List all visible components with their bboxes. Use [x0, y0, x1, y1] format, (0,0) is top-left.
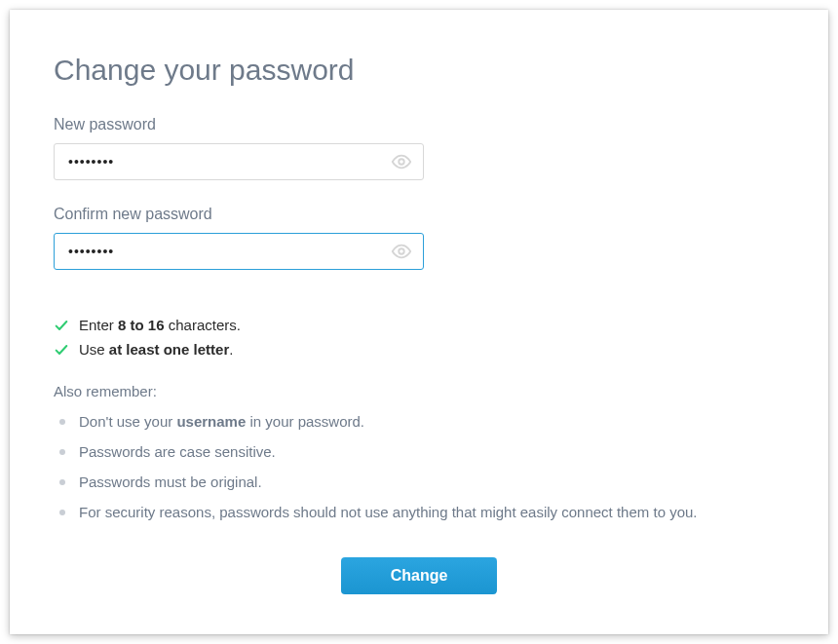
- rule-letter-post: .: [229, 341, 233, 358]
- remember-title: Also remember:: [54, 383, 784, 399]
- rule-letter-bold: at least one letter: [109, 341, 229, 358]
- rule-letter: Use at least one letter.: [54, 341, 784, 358]
- new-password-group: New password: [54, 116, 784, 180]
- confirm-password-wrapper: [54, 233, 424, 270]
- rule-chars: Enter 8 to 16 characters.: [54, 317, 784, 333]
- new-password-input[interactable]: [54, 143, 424, 180]
- confirm-password-group: Confirm new password: [54, 206, 784, 270]
- svg-point-1: [399, 248, 404, 254]
- password-rules: Enter 8 to 16 characters. Use at least o…: [54, 317, 784, 358]
- button-row: Change: [54, 557, 784, 594]
- tip-original: Passwords must be original.: [54, 472, 784, 492]
- rule-chars-bold: 8 to 16: [118, 317, 165, 333]
- rule-chars-post: characters.: [165, 317, 241, 333]
- new-password-wrapper: [54, 143, 424, 180]
- check-icon: [54, 342, 69, 358]
- rule-chars-text: Enter 8 to 16 characters.: [79, 317, 241, 333]
- tip-1-bold: username: [176, 413, 246, 430]
- tip-1-pre: Don't use your: [79, 413, 176, 430]
- confirm-password-input[interactable]: [54, 233, 424, 270]
- tip-username: Don't use your username in your password…: [54, 411, 784, 432]
- confirm-password-label: Confirm new password: [54, 206, 784, 223]
- rule-chars-pre: Enter: [79, 317, 118, 333]
- tips-list: Don't use your username in your password…: [54, 411, 784, 522]
- rule-letter-text: Use at least one letter.: [79, 341, 233, 358]
- page-title: Change your password: [54, 54, 784, 87]
- tip-1-post: in your password.: [246, 413, 364, 430]
- change-button[interactable]: Change: [341, 557, 497, 594]
- rule-letter-pre: Use: [79, 341, 109, 358]
- tip-security: For security reasons, passwords should n…: [54, 502, 784, 522]
- change-password-card: Change your password New password Confir…: [10, 10, 828, 634]
- eye-icon[interactable]: [391, 151, 412, 172]
- new-password-label: New password: [54, 116, 784, 133]
- tip-case-sensitive: Passwords are case sensitive.: [54, 441, 784, 462]
- check-icon: [54, 318, 69, 333]
- svg-point-0: [399, 159, 404, 165]
- eye-icon[interactable]: [391, 241, 412, 262]
